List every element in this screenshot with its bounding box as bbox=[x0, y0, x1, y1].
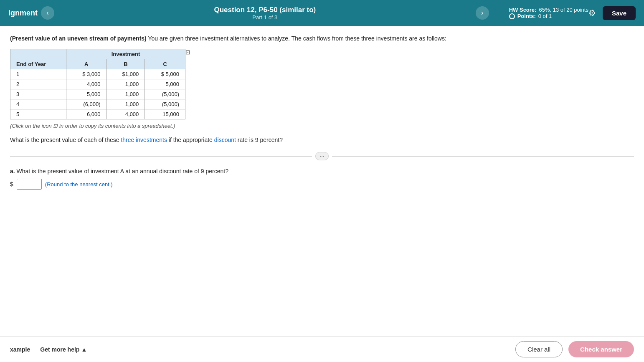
prev-button[interactable]: ‹ bbox=[41, 6, 54, 20]
part-a-section: a. What is the present value of investme… bbox=[10, 168, 634, 190]
divider-right bbox=[332, 156, 634, 157]
col-a: A bbox=[66, 59, 106, 69]
points-row: Points: 0 of 1 bbox=[509, 13, 552, 19]
divider-dots: ··· bbox=[315, 152, 329, 160]
part-a-label: a. What is the present value of investme… bbox=[10, 168, 634, 175]
investment-table: Investment End of Year A B C 1$ 3,000$1,… bbox=[10, 49, 185, 119]
hw-score-value: 65%, 13 of 20 points bbox=[539, 7, 588, 13]
dollar-sign: $ bbox=[10, 181, 13, 187]
divider-left bbox=[10, 156, 312, 157]
col-c: C bbox=[145, 59, 185, 69]
header-right: ⚙ Save bbox=[588, 6, 636, 20]
points-label: Points: bbox=[517, 13, 536, 19]
score-section: HW Score: 65%, 13 of 20 points Points: 0… bbox=[509, 7, 588, 19]
assignment-label: ignment bbox=[8, 9, 38, 18]
circle-icon bbox=[509, 13, 515, 19]
divider-row: ··· bbox=[10, 152, 634, 160]
question-text: What is the present value of each of the… bbox=[10, 136, 634, 144]
prev-icon: ‹ bbox=[46, 9, 48, 17]
table-row: 24,0001,0005,000 bbox=[10, 79, 185, 89]
intro-text: You are given three investment alternati… bbox=[148, 35, 446, 42]
hw-score-row: HW Score: 65%, 13 of 20 points bbox=[509, 7, 588, 13]
question-title: Question 12, P6-50 (similar to) bbox=[214, 6, 316, 14]
answer-input[interactable] bbox=[17, 179, 42, 190]
main-content: (Present value of an uneven stream of pa… bbox=[0, 26, 644, 223]
gear-icon[interactable]: ⚙ bbox=[588, 8, 596, 18]
table-row: 35,0001,000(5,000) bbox=[10, 89, 185, 99]
part-a-question: What is the present value of investment … bbox=[17, 168, 228, 175]
italic-note: (Click on the icon ⊡ in order to copy it… bbox=[10, 123, 634, 129]
answer-row: $ (Round to the nearest cent.) bbox=[10, 179, 634, 190]
points-value: 0 of 1 bbox=[538, 13, 552, 19]
save-button[interactable]: Save bbox=[603, 6, 636, 20]
question-title-section: Question 12, P6-50 (similar to) Part 1 o… bbox=[58, 6, 472, 20]
table-row: 4(6,000)1,000(5,000) bbox=[10, 99, 185, 109]
table-row: 1$ 3,000$1,000$ 5,000 bbox=[10, 69, 185, 79]
header: ignment ‹ Question 12, P6-50 (similar to… bbox=[0, 0, 644, 26]
col-b: B bbox=[106, 59, 145, 69]
copy-icon: ⊡ bbox=[185, 49, 190, 56]
table-wrapper: Investment End of Year A B C 1$ 3,000$1,… bbox=[10, 49, 634, 123]
next-icon: › bbox=[481, 9, 483, 17]
investment-header: Investment bbox=[66, 49, 185, 59]
col-end-of-year: End of Year bbox=[10, 59, 66, 69]
hw-score-label: HW Score: bbox=[509, 7, 537, 13]
round-note: (Round to the nearest cent.) bbox=[45, 181, 113, 187]
next-button[interactable]: › bbox=[476, 6, 489, 20]
bold-intro: (Present value of an uneven stream of pa… bbox=[10, 35, 147, 42]
part-label: Part 1 of 3 bbox=[252, 14, 277, 20]
highlight-investments: investments bbox=[136, 137, 167, 143]
highlight-discount: discount bbox=[214, 137, 236, 143]
table-row: 56,0004,00015,000 bbox=[10, 109, 185, 119]
problem-intro: (Present value of an uneven stream of pa… bbox=[10, 34, 634, 43]
highlight-three: three bbox=[121, 137, 134, 143]
